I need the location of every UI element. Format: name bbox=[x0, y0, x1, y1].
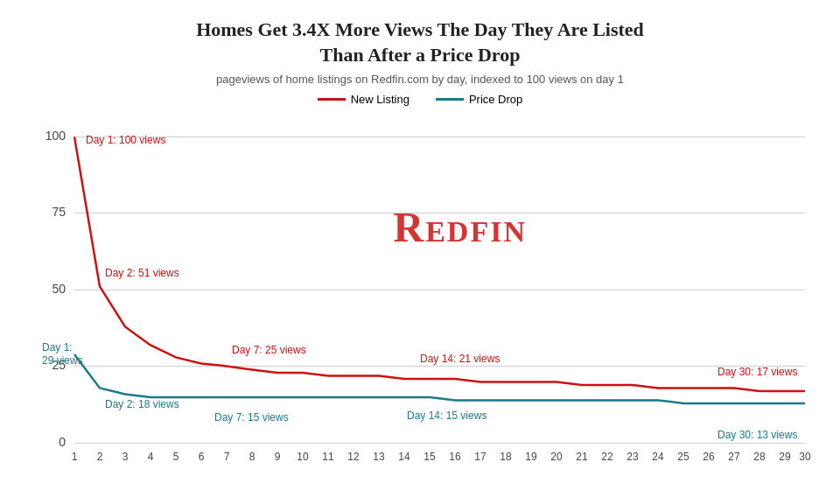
x-label-13: 13 bbox=[373, 452, 385, 464]
x-label-12: 12 bbox=[347, 452, 360, 464]
y-label-75: 75 bbox=[52, 206, 66, 220]
annot-pd-day7: Day 7: 15 views bbox=[214, 412, 289, 424]
annot-nl-day30: Day 30: 17 views bbox=[718, 367, 797, 379]
chart-svg: 0 25 50 75 100 1 2 3 4 5 6 7 8 9 10 11 1… bbox=[26, 111, 814, 495]
annot-pd-day2: Day 2: 18 views bbox=[105, 399, 179, 411]
x-label-7: 7 bbox=[224, 452, 230, 464]
chart-legend: New Listing Price Drop bbox=[318, 93, 523, 106]
annot-nl-day7: Day 7: 25 views bbox=[232, 345, 306, 357]
annot-nl-day14: Day 14: 21 views bbox=[420, 354, 500, 366]
x-label-24: 24 bbox=[652, 452, 664, 464]
chart-container: Homes Get 3.4X More Views The Day They A… bbox=[0, 0, 840, 504]
title-line1: Homes Get 3.4X More Views The Day They A… bbox=[196, 18, 644, 40]
annot-pd-day30: Day 30: 13 views bbox=[718, 430, 797, 442]
chart-area: Redfin 0 25 50 75 100 1 2 3 4 5 6 bbox=[26, 111, 814, 495]
legend-price-drop: Price Drop bbox=[436, 93, 522, 106]
x-label-19: 19 bbox=[525, 452, 537, 464]
annot-pd-day1-line1: Day 1: bbox=[42, 342, 73, 354]
x-label-10: 10 bbox=[297, 452, 309, 464]
y-label-50: 50 bbox=[52, 283, 66, 297]
x-label-23: 23 bbox=[626, 452, 639, 464]
legend-new-listing-label: New Listing bbox=[351, 93, 410, 106]
x-label-18: 18 bbox=[500, 452, 512, 464]
x-label-22: 22 bbox=[601, 452, 613, 464]
x-label-28: 28 bbox=[753, 452, 766, 464]
legend-line-teal bbox=[436, 98, 464, 101]
title-line2: Than After a Price Drop bbox=[320, 44, 521, 66]
annot-nl-day1: Day 1: 100 views bbox=[86, 135, 165, 147]
annot-pd-day14: Day 14: 15 views bbox=[407, 410, 486, 423]
y-label-0: 0 bbox=[59, 436, 66, 450]
x-label-27: 27 bbox=[728, 452, 740, 464]
x-label-21: 21 bbox=[576, 452, 588, 464]
x-label-25: 25 bbox=[677, 452, 690, 464]
x-label-15: 15 bbox=[424, 452, 436, 464]
x-label-1: 1 bbox=[72, 452, 78, 464]
x-label-17: 17 bbox=[474, 452, 486, 464]
x-label-5: 5 bbox=[173, 452, 179, 464]
x-label-8: 8 bbox=[249, 452, 256, 464]
x-label-3: 3 bbox=[122, 452, 129, 464]
legend-price-drop-label: Price Drop bbox=[469, 93, 522, 106]
legend-new-listing: New Listing bbox=[318, 93, 410, 106]
annot-pd-day1-line2: 29 views bbox=[42, 355, 83, 368]
x-label-29: 29 bbox=[779, 452, 791, 464]
x-label-26: 26 bbox=[703, 452, 715, 464]
x-label-11: 11 bbox=[322, 452, 334, 464]
x-label-4: 4 bbox=[148, 452, 154, 464]
x-label-16: 16 bbox=[449, 452, 461, 464]
redfin-logo: Redfin bbox=[394, 202, 527, 250]
annot-nl-day2: Day 2: 51 views bbox=[105, 268, 179, 280]
x-label-20: 20 bbox=[550, 452, 563, 464]
x-label-2: 2 bbox=[97, 452, 103, 464]
x-label-9: 9 bbox=[275, 452, 281, 464]
chart-title: Homes Get 3.4X More Views The Day They A… bbox=[196, 18, 644, 67]
x-label-14: 14 bbox=[398, 452, 410, 464]
chart-subtitle: pageviews of home listings on Redfin.com… bbox=[216, 73, 624, 86]
y-label-100: 100 bbox=[46, 130, 66, 144]
legend-line-red bbox=[318, 98, 346, 101]
x-label-6: 6 bbox=[199, 452, 205, 464]
x-label-30: 30 bbox=[799, 452, 811, 464]
